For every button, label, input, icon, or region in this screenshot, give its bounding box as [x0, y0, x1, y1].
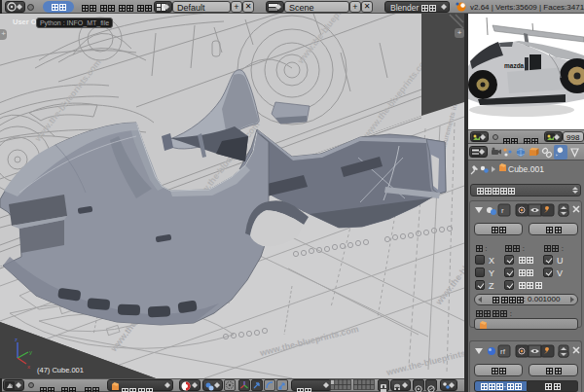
svg-text:mazda: mazda: [504, 62, 525, 69]
svg-text:r: r: [501, 206, 504, 215]
svg-text:rf: rf: [500, 347, 506, 356]
svg-text:y: y: [29, 349, 32, 355]
svg-text:x: x: [27, 364, 30, 370]
svg-text:z: z: [15, 337, 18, 342]
svg-text:Cube.001: Cube.001: [508, 164, 544, 174]
